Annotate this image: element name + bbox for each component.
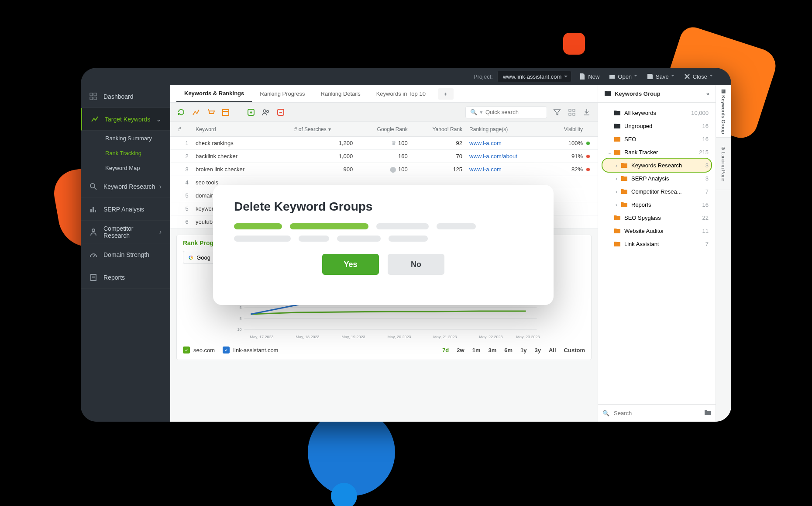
tree-item[interactable]: ⌄Rank Tracker215 xyxy=(602,146,711,159)
quick-search[interactable]: 🔍▾ xyxy=(465,106,547,118)
chevron-icon: › xyxy=(614,162,619,169)
tree-label: Competitor Resea... xyxy=(631,188,682,195)
select-value: Goog xyxy=(196,254,210,261)
svg-text:May, 20 2023: May, 20 2023 xyxy=(388,335,411,339)
period-6m[interactable]: 6m xyxy=(504,347,513,354)
calendar-icon[interactable] xyxy=(221,107,231,117)
tab-add-button[interactable]: ＋ xyxy=(438,88,454,100)
tree-item[interactable]: ›Competitor Resea...7 xyxy=(602,185,711,198)
svg-text:10: 10 xyxy=(237,327,241,332)
modal-no-button[interactable]: No xyxy=(388,254,444,275)
nav-label: Competitor Research xyxy=(103,225,159,239)
table-row[interactable]: 3broken link checker900⬤ 100125www.l-a.c… xyxy=(170,163,598,176)
tab-keywords-top10[interactable]: Keywords in Top 10 xyxy=(368,85,434,102)
columns-icon[interactable] xyxy=(567,107,577,117)
search-engine-select[interactable]: G Goog xyxy=(183,251,216,264)
collapse-icon[interactable]: » xyxy=(706,90,709,97)
cell-yahoo-rank: 70 xyxy=(415,153,469,159)
period-2w[interactable]: 2w xyxy=(457,347,464,354)
tree-item[interactable]: Website Auditor11 xyxy=(602,224,711,237)
close-button[interactable]: Close xyxy=(684,73,713,80)
col-num[interactable]: # xyxy=(178,126,196,132)
col-ranking-pages[interactable]: Ranking page(s) xyxy=(469,126,540,132)
nav-keyword-research[interactable]: Keyword Research › xyxy=(81,175,170,198)
project-label: Project: xyxy=(474,73,493,80)
decor-blob xyxy=(331,483,357,506)
col-searches[interactable]: # of Searches ▾ xyxy=(294,126,360,132)
vtab-keywords-group[interactable]: ▦ Keywords Group xyxy=(716,85,731,138)
period-7d[interactable]: 7d xyxy=(442,347,449,354)
refresh-icon[interactable] xyxy=(176,107,186,117)
nav-serp-analysis[interactable]: SERP Analysis xyxy=(81,198,170,221)
vtab-landing-page[interactable]: ⊕ Landing Page xyxy=(716,138,731,190)
col-keyword[interactable]: Keyword xyxy=(196,126,294,132)
nav-rank-tracking[interactable]: Rank Tracking xyxy=(81,146,170,160)
tree-item[interactable]: All keywords10,000 xyxy=(602,106,711,119)
tree-item[interactable]: Link Assistant7 xyxy=(602,237,711,250)
status-dot xyxy=(586,155,590,158)
col-yahoo-rank[interactable]: Yahoo! Rank xyxy=(415,126,469,132)
people-icon[interactable] xyxy=(261,107,271,117)
table-row[interactable]: 1check rankings1,200♛ 10092www.l-a.com10… xyxy=(170,137,598,150)
new-button[interactable]: New xyxy=(579,73,599,80)
cell-google-rank: ⬤ 100 xyxy=(360,166,414,173)
magnifier-icon: 🔍 xyxy=(470,109,477,115)
nav-reports[interactable]: Reports xyxy=(81,266,170,289)
row-number: 4 xyxy=(178,179,196,186)
period-1m[interactable]: 1m xyxy=(472,347,481,354)
svg-rect-1 xyxy=(94,93,96,96)
project-select[interactable]: www.link-assistant.com xyxy=(497,71,571,82)
period-All[interactable]: All xyxy=(549,347,556,354)
nav-domain-strength[interactable]: Domain Strength xyxy=(81,243,170,266)
nav-target-keywords[interactable]: Target Keywords ⌄ xyxy=(81,108,170,131)
cell-ranking-page[interactable]: www.l-a.com xyxy=(469,140,540,146)
col-google-rank[interactable]: Google Rank xyxy=(360,126,414,132)
export-icon[interactable] xyxy=(582,107,592,117)
vertical-tabs: ▦ Keywords Group ⊕ Landing Page xyxy=(716,85,731,422)
table-row[interactable]: 2backlink checker1,00016070www.l-a.com/a… xyxy=(170,150,598,163)
tree-item[interactable]: SEO Spyglass22 xyxy=(602,211,711,224)
nav-keyword-map[interactable]: Keyword Map xyxy=(81,160,170,175)
period-Custom[interactable]: Custom xyxy=(564,347,585,354)
tab-keywords-rankings[interactable]: Keywords & Rankings xyxy=(176,85,252,102)
tree-label: All keywords xyxy=(624,110,656,116)
tree-count: 215 xyxy=(699,149,709,156)
add-square-icon[interactable] xyxy=(246,107,256,117)
tree-count: 3 xyxy=(705,162,709,169)
svg-rect-6 xyxy=(90,209,92,212)
legend-seo[interactable]: ✓seo.com xyxy=(183,347,215,354)
period-3y[interactable]: 3y xyxy=(535,347,541,354)
row-number: 5 xyxy=(178,205,196,212)
group-search-input[interactable] xyxy=(614,410,700,416)
nav-dashboard[interactable]: Dashboard xyxy=(81,85,170,108)
period-1y[interactable]: 1y xyxy=(520,347,526,354)
filter-icon[interactable] xyxy=(552,107,562,117)
modal-yes-button[interactable]: Yes xyxy=(322,254,379,275)
tree-item[interactable]: SEO16 xyxy=(602,132,711,146)
tree-count: 22 xyxy=(702,215,709,221)
tree-item[interactable]: ›Keywords Research3 xyxy=(602,159,711,172)
nav-ranking-summary[interactable]: Ranking Summary xyxy=(81,131,170,146)
cell-ranking-page[interactable]: www.l-a.com xyxy=(469,166,540,173)
tab-ranking-details[interactable]: Ranking Details xyxy=(313,85,368,102)
search-mode-dropdown[interactable]: ▾ xyxy=(480,109,483,115)
tab-ranking-progress[interactable]: Ranking Progress xyxy=(252,85,313,102)
save-button[interactable]: Save xyxy=(647,73,674,80)
col-visibility[interactable]: Visibility xyxy=(540,126,590,132)
tree-item[interactable]: Ungrouped16 xyxy=(602,119,711,132)
nav-competitor-research[interactable]: Competitor Research › xyxy=(81,221,170,243)
search-input[interactable] xyxy=(485,109,542,115)
tree-item[interactable]: ›Reports16 xyxy=(602,198,711,211)
period-3m[interactable]: 3m xyxy=(488,347,496,354)
person-icon xyxy=(89,228,97,236)
delete-icon[interactable] xyxy=(276,107,286,117)
cell-ranking-page[interactable]: www.l-a.com/about xyxy=(469,153,540,159)
svg-rect-8 xyxy=(95,210,96,212)
tree-count: 10,000 xyxy=(691,110,709,116)
cart-icon[interactable] xyxy=(206,107,216,117)
new-folder-icon[interactable] xyxy=(704,409,711,417)
tree-item[interactable]: ›SERP Analysis3 xyxy=(602,172,711,185)
open-button[interactable]: Open xyxy=(609,73,637,80)
legend-la[interactable]: ✓link-assistant.com xyxy=(223,347,278,354)
analytics-icon[interactable] xyxy=(191,107,201,117)
